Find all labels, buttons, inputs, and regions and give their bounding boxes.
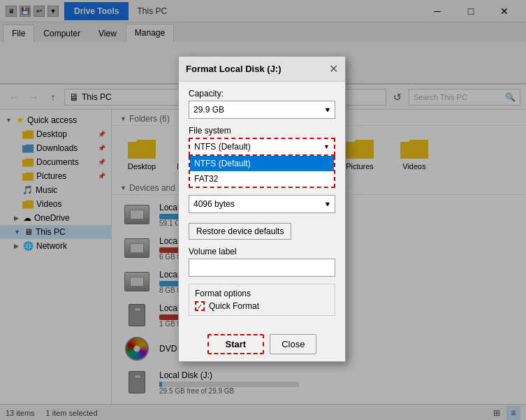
start-button[interactable]: Start bbox=[207, 334, 265, 354]
format-dialog-footer: Start Close bbox=[179, 330, 345, 361]
capacity-select-wrapper: 29.9 GB ▼ bbox=[189, 101, 335, 119]
allocation-select[interactable]: 4096 bytes ▼ bbox=[189, 195, 335, 213]
filesystem-value: NTFS (Default) bbox=[194, 142, 251, 152]
volume-input[interactable] bbox=[189, 259, 335, 277]
allocation-dropdown-arrow: ▼ bbox=[324, 201, 330, 208]
capacity-dropdown-arrow: ▼ bbox=[324, 106, 330, 113]
filesystem-option-fat32-label: FAT32 bbox=[194, 174, 218, 184]
checkmark-icon: ✓ bbox=[197, 303, 203, 310]
quick-format-label: Quick Format bbox=[209, 301, 259, 311]
filesystem-group: File system NTFS (Default) ▼ NTFS (Defau… bbox=[189, 126, 335, 188]
volume-group: Volume label bbox=[189, 247, 335, 277]
allocation-group: 4096 bytes ▼ bbox=[189, 195, 335, 213]
filesystem-option-ntfs-label: NTFS (Default) bbox=[194, 159, 251, 168]
filesystem-dropdown-arrow: ▼ bbox=[323, 143, 330, 150]
restore-defaults-button[interactable]: Restore device defaults bbox=[189, 223, 291, 240]
format-dialog-body: Capacity: 29.9 GB ▼ File system NTFS (De… bbox=[179, 82, 345, 330]
capacity-group: Capacity: 29.9 GB ▼ bbox=[189, 89, 335, 119]
allocation-value: 4096 bytes bbox=[193, 199, 235, 209]
capacity-select[interactable]: 29.9 GB ▼ bbox=[189, 101, 335, 119]
filesystem-dropdown: NTFS (Default) FAT32 bbox=[189, 156, 335, 188]
format-dialog-close-icon[interactable]: ✕ bbox=[329, 62, 338, 75]
format-options-legend: Format options bbox=[195, 289, 329, 298]
restore-group: Restore device defaults bbox=[189, 220, 335, 240]
capacity-value: 29.9 GB bbox=[193, 105, 224, 115]
filesystem-option-ntfs[interactable]: NTFS (Default) bbox=[190, 156, 334, 171]
capacity-label: Capacity: bbox=[189, 89, 335, 99]
format-dialog: Format Local Disk (J:) ✕ Capacity: 29.9 … bbox=[178, 56, 346, 362]
filesystem-label: File system bbox=[189, 126, 335, 136]
quick-format-checkbox[interactable]: ✓ bbox=[195, 301, 205, 311]
volume-label: Volume label bbox=[189, 247, 335, 256]
close-button[interactable]: Close bbox=[270, 334, 316, 354]
format-dialog-titlebar: Format Local Disk (J:) ✕ bbox=[179, 57, 345, 82]
format-dialog-title: Format Local Disk (J:) bbox=[186, 64, 282, 74]
format-options-group: Format options ✓ Quick Format bbox=[189, 284, 335, 316]
filesystem-select[interactable]: NTFS (Default) ▼ bbox=[189, 138, 335, 156]
filesystem-option-fat32[interactable]: FAT32 bbox=[190, 171, 334, 187]
allocation-select-wrapper: 4096 bytes ▼ bbox=[189, 195, 335, 213]
quick-format-row: ✓ Quick Format bbox=[195, 301, 329, 311]
